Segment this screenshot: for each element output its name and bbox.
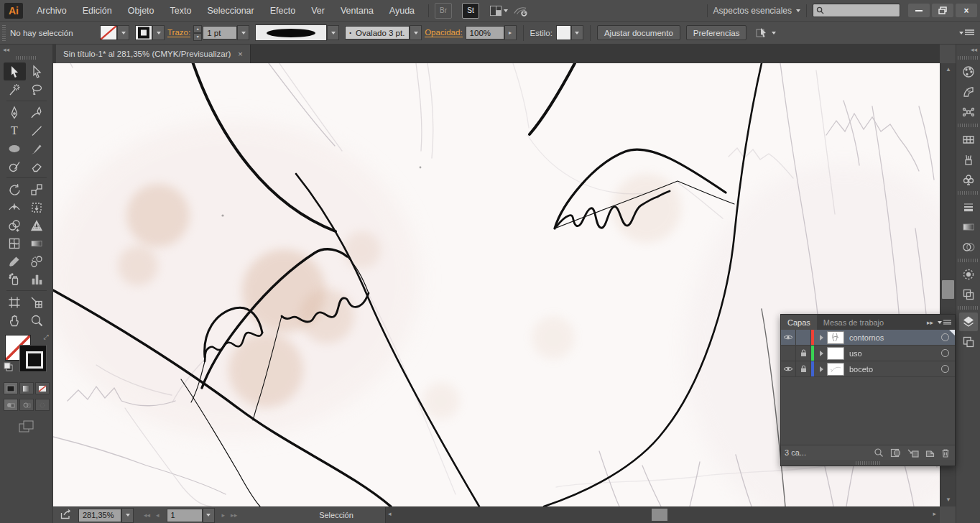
lock-toggle[interactable]	[796, 361, 811, 376]
share-icon[interactable]	[511, 1, 530, 20]
slice-tool[interactable]	[26, 293, 48, 311]
scroll-down-icon[interactable]: ▼	[940, 495, 956, 505]
tab-mesas-de-trabajo[interactable]: Mesas de trabajo	[817, 315, 890, 330]
collapse-tools-icon[interactable]: ◂◂	[0, 45, 52, 54]
eraser-tool[interactable]	[26, 157, 48, 175]
tab-close-icon[interactable]: ×	[238, 50, 242, 58]
zoom-tool[interactable]	[26, 311, 48, 329]
isolate-selection-icon[interactable]	[755, 27, 776, 39]
color-panel-icon[interactable]	[959, 63, 978, 81]
artboard-tool[interactable]	[4, 293, 26, 311]
gradient-panel-icon[interactable]	[959, 218, 978, 236]
fit-document-button[interactable]: Ajustar documento	[597, 25, 680, 40]
panel-grip[interactable]	[2, 25, 6, 41]
menu-efecto[interactable]: Efecto	[262, 0, 303, 22]
scroll-left-icon[interactable]: ◂	[388, 510, 392, 517]
free-transform-tool[interactable]	[26, 198, 48, 216]
layer-row-contornos[interactable]: contornos	[781, 330, 955, 346]
expand-layer-icon[interactable]	[820, 335, 823, 341]
artboards-panel-icon[interactable]	[959, 333, 978, 351]
layer-row-uso[interactable]: uso	[781, 346, 955, 361]
workspace-switcher[interactable]: Aspectos esenciales	[713, 6, 800, 16]
expand-layer-icon[interactable]	[820, 351, 823, 356]
menu-archivo[interactable]: Archivo	[29, 0, 75, 22]
ellipse-tool[interactable]	[4, 139, 26, 157]
column-graph-tool[interactable]	[26, 270, 48, 288]
menu-ayuda[interactable]: Ayuda	[382, 0, 422, 22]
swap-fill-stroke-icon[interactable]: ⤢	[44, 333, 49, 341]
expand-layer-icon[interactable]	[820, 366, 823, 372]
shaper-tool[interactable]	[4, 157, 26, 175]
new-sublayer-icon[interactable]	[907, 448, 919, 458]
prev-artboard-icon[interactable]: ◂	[153, 512, 162, 519]
arrange-documents-icon[interactable]	[489, 1, 508, 20]
hand-tool[interactable]	[4, 311, 26, 329]
menu-objeto[interactable]: Objeto	[120, 0, 162, 22]
opacity-label[interactable]: Opacidad:	[425, 28, 462, 37]
menu-texto[interactable]: Texto	[162, 0, 200, 22]
brush-preview-dropdown[interactable]	[327, 25, 339, 40]
color-themes-panel-icon[interactable]	[959, 103, 978, 121]
selection-tool[interactable]	[4, 63, 26, 80]
brushes-panel-icon[interactable]	[959, 150, 978, 169]
window-close-button[interactable]: ×	[956, 4, 977, 17]
swatches-panel-icon[interactable]	[959, 130, 978, 149]
dock-grip[interactable]	[958, 56, 979, 60]
dock-grip[interactable]	[958, 124, 979, 127]
expand-panels-icon[interactable]: ◂◂	[956, 45, 980, 54]
vertical-scroll-thumb[interactable]	[942, 280, 954, 299]
menu-edicion[interactable]: Edición	[75, 0, 120, 22]
draw-normal-mode[interactable]	[4, 399, 18, 411]
stroke-color-swatch[interactable]	[19, 345, 47, 372]
stroke-weight-stepper[interactable]: ▴▾	[193, 25, 202, 41]
layer-thumbnail[interactable]	[827, 363, 844, 376]
gradient-tool[interactable]	[26, 234, 48, 252]
bridge-button[interactable]: Br	[435, 3, 452, 19]
paintbrush-tool[interactable]	[26, 139, 48, 157]
stroke-swatch[interactable]	[135, 25, 152, 40]
window-minimize-button[interactable]	[908, 4, 930, 17]
brush-definition-dropdown[interactable]	[410, 25, 422, 40]
magic-wand-tool[interactable]	[4, 80, 26, 98]
layer-name[interactable]: uso	[849, 349, 862, 358]
dock-grip[interactable]	[958, 191, 979, 195]
scroll-up-icon[interactable]: ▲	[940, 65, 956, 75]
line-segment-tool[interactable]	[26, 121, 48, 139]
lock-toggle[interactable]	[796, 330, 811, 345]
export-icon[interactable]	[60, 509, 73, 521]
document-tab[interactable]: Sin título-1* al 281,35% (CMYK/Previsual…	[56, 45, 251, 63]
layer-thumbnail[interactable]	[827, 331, 844, 344]
visibility-toggle[interactable]	[781, 346, 796, 361]
rotate-tool[interactable]	[4, 180, 26, 198]
color-button[interactable]	[4, 382, 18, 394]
stock-button[interactable]: St	[462, 3, 479, 19]
fill-swatch[interactable]	[100, 25, 117, 40]
visibility-toggle[interactable]	[781, 330, 796, 345]
mesh-tool[interactable]	[4, 234, 26, 252]
window-restore-button[interactable]	[932, 4, 953, 17]
horizontal-scrollbar[interactable]: ◂ ▸	[385, 507, 940, 523]
last-artboard-icon[interactable]: ▸▸	[228, 512, 240, 519]
dock-grip[interactable]	[958, 259, 979, 262]
search-input[interactable]	[826, 5, 894, 16]
draw-inside-mode[interactable]	[35, 399, 50, 411]
screen-mode-icon[interactable]	[0, 420, 52, 434]
layer-row-boceto[interactable]: boceto	[781, 361, 955, 377]
next-artboard-icon[interactable]: ▸	[219, 512, 228, 519]
target-circle[interactable]	[941, 333, 949, 341]
panel-resize-grip[interactable]	[856, 461, 880, 465]
blend-tool[interactable]	[26, 252, 48, 270]
target-circle[interactable]	[941, 365, 949, 373]
tools-grip[interactable]	[16, 56, 37, 60]
lasso-tool[interactable]	[26, 80, 48, 98]
graphic-styles-panel-icon[interactable]	[959, 285, 978, 304]
none-button[interactable]	[35, 382, 50, 394]
scroll-right-icon[interactable]: ▸	[933, 510, 936, 517]
shape-builder-tool[interactable]	[4, 216, 26, 234]
tab-capas[interactable]: Capas	[781, 315, 817, 330]
menu-ver[interactable]: Ver	[303, 0, 333, 22]
layer-name[interactable]: boceto	[849, 365, 873, 374]
horizontal-scroll-thumb[interactable]	[652, 509, 667, 521]
fill-dropdown[interactable]	[117, 25, 129, 40]
panel-menu-icon[interactable]	[938, 320, 951, 325]
